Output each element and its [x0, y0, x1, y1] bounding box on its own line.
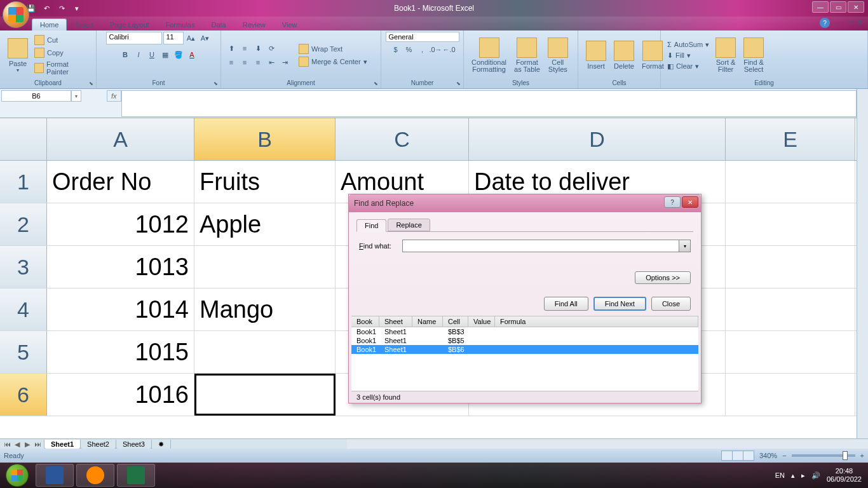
- close-button[interactable]: ✕: [848, 1, 864, 13]
- increase-decimal-button[interactable]: .0→: [430, 43, 442, 56]
- sheet-tab-3[interactable]: Sheet3: [116, 440, 152, 449]
- clear-button[interactable]: ◧ Clear ▾: [665, 62, 712, 71]
- results-col-book[interactable]: Book: [351, 316, 379, 327]
- row-header-1[interactable]: 1: [0, 161, 47, 203]
- fill-color-button[interactable]: 🪣: [172, 48, 185, 61]
- number-expand-icon[interactable]: ⬊: [456, 81, 461, 86]
- cell-b4[interactable]: Mango: [194, 288, 336, 330]
- insert-cells-button[interactable]: Insert: [582, 39, 610, 71]
- tab-page-layout[interactable]: Page Layout: [102, 19, 157, 30]
- result-row[interactable]: Book1 Sheet1 $B$3: [351, 327, 698, 336]
- ribbon-restore-icon[interactable]: ▭: [847, 18, 854, 27]
- results-list[interactable]: Book1 Sheet1 $B$3 Book1 Sheet1 $B$5 Book…: [351, 327, 698, 391]
- close-dialog-button[interactable]: Close: [651, 297, 691, 311]
- name-box-dropdown[interactable]: ▾: [71, 90, 81, 102]
- percent-button[interactable]: %: [403, 43, 416, 56]
- col-header-c[interactable]: C: [336, 118, 469, 160]
- dialog-help-button[interactable]: ?: [664, 196, 681, 208]
- taskbar-word[interactable]: [36, 464, 74, 487]
- qat-dropdown-icon[interactable]: ▾: [71, 3, 83, 14]
- taskbar-app2[interactable]: [76, 464, 114, 487]
- cell-a4[interactable]: 1014: [47, 288, 194, 330]
- page-layout-view-button[interactable]: [732, 451, 743, 461]
- find-select-button[interactable]: Find & Select: [740, 36, 768, 74]
- sheet-tab-2[interactable]: Sheet2: [80, 440, 116, 449]
- dialog-tab-find[interactable]: Find: [356, 219, 386, 232]
- sheet-nav-last-icon[interactable]: ⏭: [33, 440, 42, 449]
- copy-button[interactable]: Copy: [32, 47, 92, 58]
- clipboard-expand-icon[interactable]: ⬊: [89, 81, 93, 86]
- col-header-b[interactable]: B: [194, 118, 336, 160]
- dialog-tab-replace[interactable]: Replace: [388, 219, 430, 231]
- row-header-4[interactable]: 4: [0, 288, 47, 330]
- clock[interactable]: 20:48 06/09/2022: [827, 467, 862, 484]
- underline-button[interactable]: U: [146, 48, 158, 61]
- formula-input[interactable]: [121, 90, 857, 117]
- find-what-dropdown-icon[interactable]: ▾: [679, 240, 690, 252]
- ribbon-minimize-icon[interactable]: —: [837, 18, 844, 27]
- zoom-slider[interactable]: [792, 454, 855, 457]
- italic-button[interactable]: I: [132, 48, 145, 61]
- office-button[interactable]: [3, 1, 29, 28]
- row-header-2[interactable]: 2: [0, 203, 47, 245]
- normal-view-button[interactable]: [721, 451, 733, 461]
- alignment-expand-icon[interactable]: ⬊: [374, 81, 378, 86]
- page-break-view-button[interactable]: [743, 451, 754, 461]
- taskbar-excel[interactable]: [117, 464, 155, 487]
- col-header-e[interactable]: E: [726, 118, 855, 160]
- align-center-button[interactable]: ≡: [238, 56, 251, 69]
- results-col-cell[interactable]: Cell: [443, 316, 468, 327]
- font-size-select[interactable]: 11: [163, 32, 184, 44]
- name-box[interactable]: B6: [1, 90, 71, 102]
- paste-button[interactable]: Paste ▾: [4, 37, 32, 74]
- comma-button[interactable]: ,: [416, 43, 429, 56]
- zoom-level[interactable]: 340%: [759, 452, 777, 459]
- undo-icon[interactable]: ↶: [41, 3, 52, 14]
- increase-indent-button[interactable]: ⇥: [278, 56, 291, 69]
- select-all-corner[interactable]: [0, 118, 47, 160]
- delete-cells-button[interactable]: Delete: [610, 39, 638, 71]
- find-what-input[interactable]: [403, 240, 679, 252]
- col-header-a[interactable]: A: [47, 118, 194, 160]
- tab-data[interactable]: Data: [203, 19, 233, 30]
- result-row[interactable]: Book1 Sheet1 $B$5: [351, 336, 698, 345]
- zoom-out-button[interactable]: −: [782, 452, 786, 459]
- cell-b2[interactable]: Apple: [194, 203, 336, 245]
- align-left-button[interactable]: ≡: [225, 56, 238, 69]
- tab-formulas[interactable]: Formulas: [158, 19, 203, 30]
- font-family-select[interactable]: Calibri: [106, 32, 162, 44]
- bold-button[interactable]: B: [119, 48, 132, 61]
- cell-a3[interactable]: 1013: [47, 246, 194, 288]
- format-as-table-button[interactable]: Format as Table: [510, 36, 544, 74]
- ribbon-close-icon[interactable]: ✕: [857, 18, 863, 27]
- number-format-select[interactable]: General: [386, 32, 459, 42]
- vertical-scrollbar[interactable]: [857, 118, 868, 438]
- row-header-5[interactable]: 5: [0, 331, 47, 373]
- cell-b1[interactable]: Fruits: [194, 161, 336, 203]
- result-row[interactable]: Book1 Sheet1 $B$6: [351, 345, 698, 354]
- grow-font-button[interactable]: A▴: [185, 32, 198, 44]
- tray-volume-icon[interactable]: 🔊: [811, 471, 820, 480]
- tab-home[interactable]: Home: [32, 18, 67, 30]
- find-next-button[interactable]: Find Next: [593, 297, 646, 311]
- options-button[interactable]: Options >>: [635, 271, 691, 284]
- cell-a6[interactable]: 1016: [47, 374, 194, 416]
- formula-scroll[interactable]: [857, 89, 868, 118]
- align-bottom-button[interactable]: ⬇: [252, 42, 264, 55]
- tab-review[interactable]: Review: [235, 19, 273, 30]
- sheet-nav-next-icon[interactable]: ▶: [23, 440, 32, 449]
- col-header-d[interactable]: D: [469, 118, 726, 160]
- row-header-6[interactable]: 6: [0, 374, 47, 416]
- cell-e5[interactable]: [726, 331, 855, 373]
- cell-e4[interactable]: [726, 288, 855, 330]
- sort-filter-button[interactable]: Sort & Filter: [712, 36, 740, 74]
- help-icon[interactable]: ?: [820, 18, 830, 28]
- wrap-text-button[interactable]: Wrap Text: [296, 43, 370, 55]
- border-button[interactable]: ▦: [159, 48, 172, 61]
- shrink-font-button[interactable]: A▾: [199, 32, 212, 44]
- align-top-button[interactable]: ⬆: [225, 42, 238, 55]
- conditional-formatting-button[interactable]: Conditional Formatting: [468, 36, 510, 74]
- cell-e2[interactable]: [726, 203, 855, 245]
- font-expand-icon[interactable]: ⬊: [214, 81, 218, 86]
- results-col-sheet[interactable]: Sheet: [379, 316, 412, 327]
